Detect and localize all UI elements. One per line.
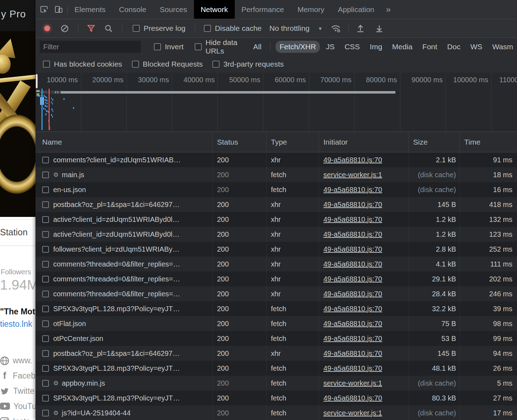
initiator-link[interactable]: 49-a5a68810.js:70 (323, 230, 382, 239)
filter-pill-font[interactable]: Font (418, 41, 441, 53)
table-row[interactable]: ⚙appboy.min.js200fetchservice-worker.js:… (35, 376, 517, 391)
column-header-status[interactable]: Status (213, 132, 267, 152)
request-name[interactable]: otFlat.json (53, 320, 86, 328)
throttling-select[interactable]: No throttling (269, 24, 310, 33)
check-3rd-party-requests[interactable]: 3rd-party requests (212, 60, 284, 68)
column-header-time[interactable]: Time (460, 132, 517, 152)
row-checkbox[interactable] (42, 320, 49, 327)
device-toolbar-icon[interactable] (54, 5, 63, 14)
tab-memory[interactable]: Memory (291, 0, 331, 19)
hide-data-urls-label[interactable]: Hide data URLs (206, 38, 241, 55)
table-row[interactable]: active?client_id=zdUqm51WRIAByd0l…200xhr… (35, 212, 517, 227)
chevron-down-icon[interactable]: ▾ (319, 25, 322, 32)
row-checkbox[interactable] (42, 350, 49, 357)
request-name[interactable]: postback?oz_pl=1&spa=1&ci=646297… (53, 201, 179, 209)
row-checkbox[interactable] (42, 261, 49, 268)
export-har-icon[interactable] (375, 24, 383, 33)
request-name[interactable]: otPcCenter.json (53, 335, 103, 343)
track-link[interactable]: tiesto.lnk (0, 319, 32, 329)
request-name[interactable]: SP5X3v3tyqPL.128.mp3?Policy=eyJT… (53, 305, 180, 313)
table-row[interactable]: followers?client_id=zdUqm51WRIABy…200xhr… (35, 242, 517, 257)
filter-pill-css[interactable]: CSS (341, 41, 364, 53)
disable-cache-checkbox[interactable] (204, 25, 211, 32)
row-checkbox[interactable] (42, 276, 49, 282)
station-button[interactable]: Station (0, 219, 35, 246)
table-row[interactable]: en-us.json200fetch49-a5a68810.js:70(disk… (35, 182, 517, 197)
initiator-link[interactable]: 49-a5a68810.js:70 (323, 349, 382, 358)
filter-pill-all[interactable]: All (249, 41, 265, 53)
social-link-instagram[interactable]: Insta (0, 414, 35, 420)
preserve-log-label[interactable]: Preserve log (144, 24, 185, 33)
table-row[interactable]: ⚙main.js200fetchservice-worker.js:1(disk… (35, 167, 517, 182)
initiator-link[interactable]: service-worker.js:1 (323, 171, 382, 179)
row-checkbox[interactable] (42, 172, 49, 178)
social-link-website[interactable]: www. (0, 353, 35, 368)
row-checkbox[interactable] (42, 246, 49, 253)
overview-handle[interactable] (36, 74, 38, 88)
row-checkbox[interactable] (42, 201, 49, 208)
filter-pill-fetch-xhr[interactable]: Fetch/XHR (276, 41, 320, 53)
table-row[interactable]: otPcCenter.json200fetch49-a5a68810.js:70… (35, 331, 517, 346)
try-pro-label[interactable]: y Pro (1, 9, 26, 20)
import-har-icon[interactable] (356, 24, 365, 33)
initiator-link[interactable]: 49-a5a68810.js:70 (323, 290, 382, 298)
initiator-link[interactable]: 49-a5a68810.js:70 (323, 245, 382, 253)
row-checkbox[interactable] (42, 306, 49, 312)
check-blocked-requests[interactable]: Blocked Requests (132, 60, 203, 68)
table-row[interactable]: SP5X3v3tyqPL.128.mp3?Policy=eyJT…200fetc… (35, 301, 517, 316)
filter-pill-ws[interactable]: WS (466, 41, 486, 53)
table-row[interactable]: otFlat.json200fetch49-a5a68810.js:7075 B… (35, 316, 517, 331)
column-header-size[interactable]: Size (409, 132, 460, 152)
initiator-link[interactable]: 49-a5a68810.js:70 (323, 364, 382, 373)
more-tabs-button[interactable]: » (381, 0, 395, 19)
tab-console[interactable]: Console (112, 0, 153, 19)
row-checkbox[interactable] (42, 231, 49, 238)
inspect-element-icon[interactable] (40, 5, 49, 14)
check-has-blocked-cookies[interactable]: Has blocked cookies (43, 60, 122, 68)
table-row[interactable]: postback?oz_pl=1&spa=1&ci=646297…200xhr4… (35, 346, 517, 361)
request-name[interactable]: en-us.json (53, 186, 86, 194)
tab-network[interactable]: Network (194, 0, 235, 19)
disable-cache-label[interactable]: Disable cache (215, 24, 262, 33)
initiator-link[interactable]: 49-a5a68810.js:70 (323, 260, 382, 268)
initiator-link[interactable]: 49-a5a68810.js:70 (323, 186, 382, 194)
table-row[interactable]: comments?client_id=zdUqm51WRIAB…200xhr49… (35, 152, 517, 167)
request-name[interactable]: postback?oz_pl=1&spa=1&ci=646297… (53, 349, 179, 358)
filter-input[interactable] (40, 41, 141, 53)
request-name[interactable]: appboy.min.js (62, 379, 105, 387)
invert-checkbox[interactable] (154, 43, 161, 50)
column-header-type[interactable]: Type (267, 132, 319, 152)
followers-count[interactable]: 1.94M (0, 277, 35, 293)
search-icon[interactable] (105, 24, 113, 33)
request-name[interactable]: main.js (62, 171, 84, 179)
request-name[interactable]: SP5X3v3tyqPL.128.mp3?Policy=eyJT… (53, 364, 180, 373)
filter-pill-img[interactable]: Img (366, 41, 386, 53)
initiator-link[interactable]: 49-a5a68810.js:70 (323, 275, 382, 283)
social-link-youtube[interactable]: YouTu (0, 399, 35, 414)
request-name[interactable]: comments?client_id=zdUqm51WRIAB… (53, 156, 181, 164)
tab-application[interactable]: Application (331, 0, 381, 19)
social-link-facebook[interactable]: f Faceb (0, 368, 35, 383)
tab-sources[interactable]: Sources (153, 0, 194, 19)
initiator-link[interactable]: 49-a5a68810.js:70 (323, 156, 382, 164)
request-name[interactable]: comments?threaded=0&filter_replies=… (53, 275, 180, 283)
row-checkbox[interactable] (42, 157, 49, 163)
initiator-link[interactable]: service-worker.js:1 (323, 409, 382, 417)
table-row[interactable]: comments?threaded=0&filter_replies=…200x… (35, 286, 517, 301)
initiator-link[interactable]: 49-a5a68810.js:70 (323, 394, 382, 402)
request-name[interactable]: comments?threaded=0&filter_replies=… (53, 290, 180, 298)
initiator-link[interactable]: 49-a5a68810.js:70 (323, 215, 382, 224)
initiator-link[interactable]: 49-a5a68810.js:70 (323, 305, 382, 313)
row-checkbox[interactable] (42, 335, 49, 342)
request-name[interactable]: js?id=UA-2519404-44 (62, 409, 130, 417)
filter-pill-media[interactable]: Media (388, 41, 416, 53)
clear-icon[interactable] (61, 24, 69, 33)
row-checkbox[interactable] (42, 291, 49, 297)
filter-pill-js[interactable]: JS (322, 41, 339, 53)
table-row[interactable]: ⚙js?id=UA-2519404-44200fetchservice-work… (35, 405, 517, 420)
checkbox-icon[interactable] (43, 61, 50, 68)
tab-elements[interactable]: Elements (68, 0, 112, 19)
row-checkbox[interactable] (42, 186, 49, 193)
checkbox-icon[interactable] (132, 61, 139, 68)
initiator-link[interactable]: 49-a5a68810.js:70 (323, 335, 382, 343)
